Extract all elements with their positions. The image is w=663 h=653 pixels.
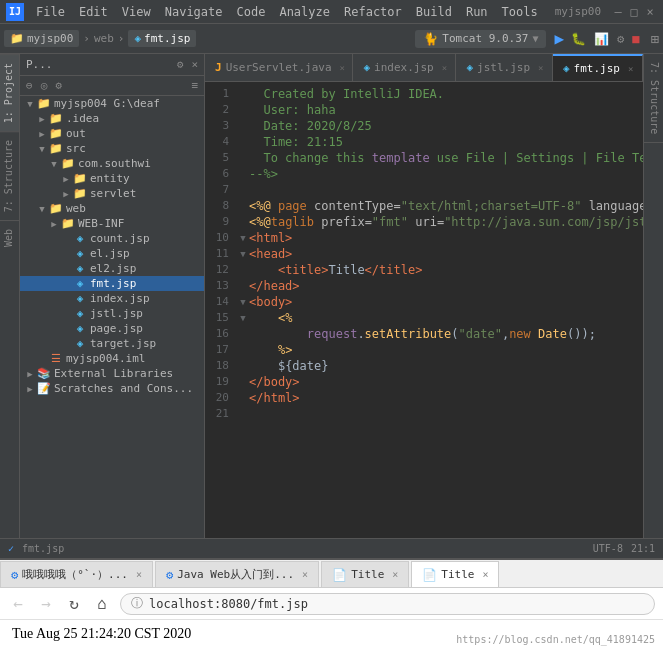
debug-icon[interactable]: 🐛 xyxy=(568,32,589,46)
encoding-label: UTF-8 xyxy=(593,543,623,554)
line-num-18: 18 xyxy=(205,358,237,374)
tree-item-jstl[interactable]: ◈ jstl.jsp xyxy=(20,306,204,321)
filter-icon[interactable]: ≡ xyxy=(189,78,200,93)
tree-fmt-label: fmt.jsp xyxy=(90,277,136,290)
menu-view[interactable]: View xyxy=(116,3,157,21)
forward-button[interactable]: → xyxy=(36,594,56,613)
menu-edit[interactable]: Edit xyxy=(73,3,114,21)
tree-item-target[interactable]: ◈ target.jsp xyxy=(20,336,204,351)
tree-item-extlibs[interactable]: ▶ 📚 External Libraries xyxy=(20,366,204,381)
panel-toolbar: ⊖ ◎ ⚙ ≡ xyxy=(20,76,204,96)
breadcrumb-separator2: › xyxy=(118,32,125,45)
back-button[interactable]: ← xyxy=(8,594,28,613)
browser-tab-javaweb-close[interactable]: × xyxy=(302,569,308,580)
tree-el2-icon: ◈ xyxy=(72,262,88,275)
right-side-tabs: 7: Structure xyxy=(643,54,663,538)
tree-item-out[interactable]: ▶ 📁 out xyxy=(20,126,204,141)
tree-idea-icon: 📁 xyxy=(48,112,64,125)
code-line-1: 1 Created by IntelliJ IDEA. xyxy=(205,86,643,102)
line-content-3: Date: 2020/8/25 xyxy=(249,118,643,134)
tree-item-src[interactable]: ▼ 📁 src xyxy=(20,141,204,156)
tree-item-el[interactable]: ◈ el.jsp xyxy=(20,246,204,261)
panel-close-icon[interactable]: × xyxy=(191,58,198,71)
line-content-2: User: haha xyxy=(249,102,643,118)
editor-tab-index[interactable]: ◈ index.jsp × xyxy=(353,54,456,81)
address-bar[interactable]: ⓘ localhost:8080/fmt.jsp xyxy=(120,593,655,615)
browser-tab-csdn-close[interactable]: × xyxy=(136,569,142,580)
browser-tab-javaweb[interactable]: ⚙ Java Web从入门到... × xyxy=(155,561,319,587)
editor-tab-jstl[interactable]: ◈ jstl.jsp × xyxy=(456,54,553,81)
panel-gear-icon[interactable]: ⚙ xyxy=(177,58,184,71)
tree-target-label: target.jsp xyxy=(90,337,156,350)
split-icon[interactable]: ⊞ xyxy=(651,31,659,47)
settings-small-icon[interactable]: ⚙ xyxy=(53,78,64,93)
collapse-all-icon[interactable]: ⊖ xyxy=(24,78,35,93)
tree-item-iml[interactable]: ☰ myjsp004.iml xyxy=(20,351,204,366)
browser-toolbar: ← → ↻ ⌂ ⓘ localhost:8080/fmt.jsp xyxy=(0,588,663,620)
tree-item-count[interactable]: ◈ count.jsp xyxy=(20,231,204,246)
stop-icon[interactable]: ■ xyxy=(629,32,642,46)
tomcat-dropdown-icon: ▼ xyxy=(532,33,538,44)
browser-tab-csdn[interactable]: ⚙ 哦哦哦哦（°`·）... × xyxy=(0,561,153,587)
editor-tab-userservlet[interactable]: J UserServlet.java × xyxy=(205,54,353,81)
project-tab[interactable]: 📁 myjsp00 xyxy=(4,30,79,47)
lock-icon: ⓘ xyxy=(131,595,143,612)
active-file-tab[interactable]: ◈ fmt.jsp xyxy=(128,30,196,47)
minimize-button[interactable]: — xyxy=(611,5,625,19)
editor-tab-fmt[interactable]: ◈ fmt.jsp × xyxy=(553,54,643,81)
menu-run[interactable]: Run xyxy=(460,3,494,21)
code-line-13: 13 </head> xyxy=(205,278,643,294)
tree-item-webinf[interactable]: ▶ 📁 WEB-INF xyxy=(20,216,204,231)
tree-extlibs-label: External Libraries xyxy=(54,367,173,380)
editor-tab-userservlet-close[interactable]: × xyxy=(340,63,345,73)
tree-el-label: el.jsp xyxy=(90,247,130,260)
editor-tab-index-close[interactable]: × xyxy=(442,63,447,73)
project-panel-tab[interactable]: 1: Project xyxy=(0,54,19,131)
active-file-label: fmt.jsp xyxy=(144,32,190,45)
tomcat-selector[interactable]: 🐈 Tomcat 9.0.37 ▼ xyxy=(415,30,546,48)
tree-item-fmt[interactable]: ◈ fmt.jsp xyxy=(20,276,204,291)
tree-item-servlet[interactable]: ▶ 📁 servlet xyxy=(20,186,204,201)
tree-item-entity[interactable]: ▶ 📁 entity xyxy=(20,171,204,186)
right-structure-tab[interactable]: 7: Structure xyxy=(644,54,663,143)
tree-item-scratches[interactable]: ▶ 📝 Scratches and Cons... xyxy=(20,381,204,396)
menu-build[interactable]: Build xyxy=(410,3,458,21)
code-editor[interactable]: 1 Created by IntelliJ IDEA. 2 User: haha… xyxy=(205,82,643,538)
browser-tab-title1-close[interactable]: × xyxy=(392,569,398,580)
menu-analyze[interactable]: Analyze xyxy=(273,3,336,21)
tree-item-index[interactable]: ◈ index.jsp xyxy=(20,291,204,306)
maximize-button[interactable]: □ xyxy=(627,5,641,19)
menu-code[interactable]: Code xyxy=(231,3,272,21)
code-line-14: 14 ▼ <body> xyxy=(205,294,643,310)
coverage-icon[interactable]: 📊 xyxy=(591,32,612,46)
browser-tab-title2[interactable]: 📄 Title × xyxy=(411,561,499,587)
menu-refactor[interactable]: Refactor xyxy=(338,3,408,21)
tree-src-icon: 📁 xyxy=(48,142,64,155)
tree-item-web[interactable]: ▼ 📁 web xyxy=(20,201,204,216)
line-content-8: <%@ page contentType="text/html;charset=… xyxy=(249,198,643,214)
locate-icon[interactable]: ◎ xyxy=(39,78,50,93)
web-panel-tab[interactable]: Web xyxy=(0,220,19,255)
run-arrow-icon[interactable]: ▶ xyxy=(554,29,564,48)
browser-tab-title1[interactable]: 📄 Title × xyxy=(321,561,409,587)
tree-item-el2[interactable]: ◈ el2.jsp xyxy=(20,261,204,276)
tree-root[interactable]: ▼ 📁 myjsp004 G:\deaf xyxy=(20,96,204,111)
close-button[interactable]: × xyxy=(643,5,657,19)
structure-panel-tab[interactable]: 7: Structure xyxy=(0,131,19,220)
editor-tab-jstl-close[interactable]: × xyxy=(538,63,543,73)
menu-navigate[interactable]: Navigate xyxy=(159,3,229,21)
menu-file[interactable]: File xyxy=(30,3,71,21)
home-button[interactable]: ⌂ xyxy=(92,594,112,613)
browser-tab-title2-close[interactable]: × xyxy=(482,569,488,580)
tree-item-page[interactable]: ◈ page.jsp xyxy=(20,321,204,336)
tree-item-idea[interactable]: ▶ 📁 .idea xyxy=(20,111,204,126)
line-num-8: 8 xyxy=(205,198,237,214)
refresh-button[interactable]: ↻ xyxy=(64,594,84,613)
tree-item-com[interactable]: ▼ 📁 com.southwi xyxy=(20,156,204,171)
breadcrumb-web: web xyxy=(94,32,114,45)
editor-tab-fmt-close[interactable]: × xyxy=(628,64,633,74)
settings-icon[interactable]: ⚙ xyxy=(614,32,627,46)
menu-tools[interactable]: Tools xyxy=(496,3,544,21)
tree-out-arrow: ▶ xyxy=(36,129,48,139)
tree-fmt-icon: ◈ xyxy=(72,277,88,290)
